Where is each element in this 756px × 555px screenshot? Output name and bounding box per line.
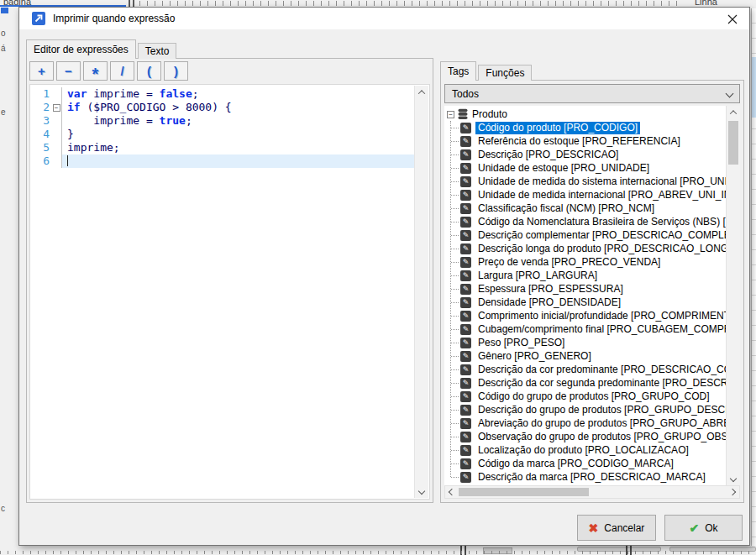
tree-item[interactable]: ✎Unidade de medida internacional [PRO_AB… [444, 188, 726, 202]
tab-funcoes[interactable]: Funções [478, 65, 532, 81]
tree-connector [451, 249, 459, 249]
tree-item[interactable]: ✎Unidade de estoque [PRO_UNIDADE] [444, 161, 726, 175]
code-line: 5imprime; [31, 141, 414, 154]
tree-item[interactable]: ✎Largura [PRO_LARGURA] [444, 269, 726, 282]
tree-item[interactable]: ✎Unidade de medida do sistema internacio… [444, 175, 726, 188]
tree-connector [451, 181, 459, 182]
text-caret [67, 155, 68, 166]
close-button[interactable] [724, 11, 741, 27]
tree-item[interactable]: ✎Descrição [PRO_DESCRICAO] [444, 148, 726, 161]
code-text: } [62, 128, 414, 141]
line-number: 5 [31, 141, 51, 154]
tree-item-label: Unidade de medida internacional [PRO_ABR… [475, 189, 726, 202]
tree-item[interactable]: ✎Código da Nomenclatura Brasileira de Se… [444, 215, 726, 228]
tree-item-label: Observação do grupo de produtos [PRO_GRU… [475, 431, 726, 443]
tree-connector [451, 437, 459, 437]
vscroll-thumb[interactable] [728, 121, 738, 165]
op-divide-button[interactable]: / [110, 61, 134, 81]
tree-item[interactable]: ✎Código da marca [PRO_CODIGO_MARCA] [444, 457, 726, 470]
editor-vscrollbar[interactable] [414, 86, 428, 498]
tree-item[interactable]: ✎Espessura [PRO_ESPESSURA] [444, 282, 726, 296]
tags-filter-select[interactable]: Todos [444, 84, 740, 103]
code-line: 1var imprime = false; [31, 87, 414, 101]
code-text: var imprime = false; [62, 87, 414, 101]
tree-item[interactable]: ✎Peso [PRO_PESO] [444, 336, 726, 349]
tree-item[interactable]: ✎Densidade [PRO_DENSIDADE] [444, 296, 726, 309]
ruler-ticks [0, 551, 756, 554]
cancel-button[interactable]: ✖ Cancelar [577, 515, 656, 541]
op-plus-button[interactable]: + [29, 61, 54, 81]
tree-item[interactable]: ✎Código do grupo de produtos [PRO_GRUPO_… [444, 390, 726, 403]
hscroll-thumb[interactable] [459, 488, 589, 496]
tree-item[interactable]: ✎Abreviação do grupo de produtos [PRO_GR… [444, 416, 726, 430]
scroll-down-icon[interactable] [415, 484, 428, 498]
scroll-up-icon[interactable] [727, 106, 740, 119]
tree-item[interactable]: ✎Preço de venda [PRO_PRECO_VENDA] [444, 255, 726, 269]
tag-pencil-icon: ✎ [460, 163, 471, 174]
tree-vscrollbar[interactable] [726, 106, 740, 485]
fold-collapse-icon[interactable]: − [53, 104, 60, 112]
ok-button[interactable]: ✔ Ok [664, 515, 743, 541]
ok-check-icon: ✔ [689, 521, 699, 535]
tag-pencil-icon: ✎ [460, 338, 471, 348]
tree-item[interactable]: ✎Descrição longa do produto [PRO_DESCRIC… [444, 242, 726, 255]
code-text: imprime = true; [62, 114, 414, 128]
op-paren-close-button[interactable]: ) [164, 61, 188, 81]
tree-connector [451, 262, 459, 263]
tags-tree: − Produto ✎Código do produto [PRO_CODIGO… [444, 106, 740, 485]
tree-item-label: Unidade de estoque [PRO_UNIDADE] [475, 162, 652, 175]
code-editor[interactable]: 1var imprime = false;2−if ($PRO_CODIGO >… [29, 84, 430, 500]
tree-item[interactable]: ✎Gênero [PRO_GENERO] [444, 349, 726, 363]
scroll-up-icon[interactable] [415, 86, 428, 99]
tree-item[interactable]: ✎Cubagem/comprimento final [PRO_CUBAGEM_… [444, 322, 726, 336]
collapse-icon[interactable]: − [447, 111, 454, 118]
tree-item[interactable]: ✎Código do produto [PRO_CODIGO] [444, 121, 726, 134]
tree-item-label: Descrição complementar [PRO_DESCRICAO_CO… [475, 229, 726, 242]
fold-column: − [51, 101, 62, 114]
tree-connector [451, 343, 459, 343]
tree-root-produto[interactable]: − Produto [444, 107, 726, 121]
tree-connector [451, 302, 459, 303]
scroll-down-icon[interactable] [727, 472, 740, 485]
tree-item[interactable]: ✎Descrição da marca [PRO_DESCRICAO_MARCA… [444, 470, 726, 484]
tag-pencil-icon: ✎ [460, 311, 471, 322]
line-number: 4 [31, 128, 51, 141]
op-multiply-button[interactable]: * [83, 61, 108, 81]
tree-connector [451, 154, 459, 155]
tree-connector [451, 463, 459, 464]
tree-connector [451, 222, 459, 223]
tree-item[interactable]: ✎Referência do estoque [PRO_REFERENCIA] [444, 134, 726, 148]
scroll-left-icon[interactable] [445, 486, 459, 498]
scroll-right-icon[interactable] [726, 486, 739, 498]
code-text [62, 154, 414, 168]
tree-item[interactable]: ✎Localização do produto [PRO_LOCALIZACAO… [444, 443, 726, 457]
tree-item-label: Localização do produto [PRO_LOCALIZACAO] [475, 444, 691, 457]
database-icon [457, 108, 469, 120]
tree-item[interactable]: ✎Descrição complementar [PRO_DESCRICAO_C… [444, 228, 726, 242]
fold-column [51, 128, 62, 141]
ruler-ticks [139, 1, 677, 6]
tree-item-label: Descrição do grupo de produtos [PRO_GRUP… [475, 404, 726, 416]
line-number: 6 [31, 154, 51, 168]
expression-icon [32, 12, 45, 25]
op-minus-button[interactable]: − [56, 61, 81, 81]
op-paren-open-button[interactable]: ( [137, 61, 161, 81]
tree-item[interactable]: ✎Comprimento inicial/profundidade [PRO_C… [444, 309, 726, 322]
tab-editor-de-expressoes[interactable]: Editor de expressões [26, 39, 136, 59]
tree-item[interactable]: ✎Descrição do grupo de produtos [PRO_GRU… [444, 403, 726, 416]
tree-item[interactable]: ✎Classificação fiscal (NCM) [PRO_NCM] [444, 202, 726, 215]
tree-item[interactable]: ✎Descrição da cor predominante [PRO_DESC… [444, 363, 726, 376]
tag-pencil-icon: ✎ [460, 297, 471, 308]
close-icon [727, 14, 738, 24]
tree-connector [451, 275, 459, 276]
cancel-label: Cancelar [604, 522, 644, 534]
tab-tags[interactable]: Tags [440, 61, 476, 81]
tree-hscrollbar[interactable] [444, 485, 740, 499]
tree-connector [451, 316, 459, 317]
code-line: 6 [31, 154, 414, 168]
tree-items: ✎Código do produto [PRO_CODIGO]✎Referênc… [444, 121, 726, 484]
tree-item[interactable]: ✎Observação do grupo de produtos [PRO_GR… [444, 430, 726, 443]
tab-texto[interactable]: Texto [138, 43, 177, 59]
tree-item[interactable]: ✎Descrição da cor segunda predominante [… [444, 376, 726, 390]
tag-pencil-icon: ✎ [460, 445, 471, 456]
